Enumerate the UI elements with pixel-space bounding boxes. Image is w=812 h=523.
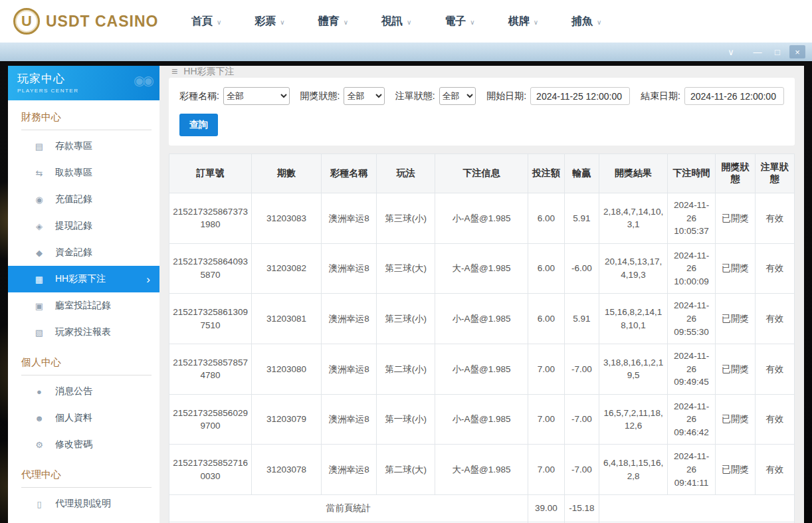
sidebar-item[interactable]: ◉充值記錄	[8, 186, 159, 213]
bell-icon: ●	[33, 387, 45, 397]
lottery-name-label: 彩種名稱:	[179, 90, 219, 102]
nav-item-label: 體育	[318, 15, 340, 29]
window-minimize-button[interactable]: —	[750, 45, 765, 58]
table-row: 215217325852716003031203078澳洲幸运8第二球(大)大-…	[169, 445, 795, 495]
col-header-bet-time: 下注時間	[667, 154, 715, 193]
cell-bet-info: 大-A盤@1.985	[435, 445, 528, 495]
sidebar-sections: 財務中心▤存款專區⇆取款專區◉充值記錄◈提現記錄◆資金記錄▦HH彩票下注›▣廳室…	[8, 100, 159, 517]
sidebar-item[interactable]: ▯代理規則說明	[8, 490, 159, 517]
cell-play-type: 第三球(小)	[377, 193, 435, 244]
nav-item[interactable]: 捕魚∨	[571, 15, 601, 29]
chevron-down-icon: ∨	[217, 19, 221, 26]
cell-lottery-name: 澳洲幸运8	[321, 294, 377, 344]
sidebar-item[interactable]: ▤存款專區	[8, 133, 159, 159]
cell-play-type: 第三球(小)	[377, 294, 435, 344]
cell-play-type: 第二球(大)	[377, 445, 435, 495]
start-date-input[interactable]	[530, 87, 630, 105]
funds-record-icon: ◆	[33, 248, 45, 258]
cell-draw-status: 已開獎	[716, 193, 755, 244]
col-header-order-status: 注單狀態	[755, 154, 794, 193]
cell-win-loss: 5.91	[564, 193, 599, 244]
order-status-select[interactable]: 全部	[439, 87, 476, 105]
cell-order-no: 2152173258560299700	[169, 394, 252, 445]
nav-item[interactable]: 體育∨	[318, 15, 348, 29]
gamepad-icon: ◉◉	[134, 72, 152, 88]
nav-item[interactable]: 首頁∨	[191, 15, 221, 29]
sidebar-item[interactable]: ☻個人資料	[8, 405, 159, 431]
sidebar-item[interactable]: ⚙修改密碼	[8, 431, 159, 458]
nav-item[interactable]: 視訊∨	[381, 15, 411, 29]
table-row: 215217325857857478031203080澳洲幸运8第二球(小)小-…	[169, 344, 795, 395]
table-header-row: 訂單號期數彩種名稱玩法下注信息投注額輸贏開獎結果下注時間開獎狀態注單狀態	[169, 154, 795, 193]
desktop-background: 玩家中心 PLAYERS CENTER ◉◉ 財務中心▤存款專區⇆取款專區◉充值…	[0, 61, 812, 523]
sidebar-item-label: 充值記錄	[55, 193, 92, 205]
col-header-draw-status: 開獎狀態	[716, 154, 755, 193]
cell-bet-time: 2024-11-26 10:00:09	[667, 243, 715, 294]
end-date-input[interactable]	[684, 87, 784, 105]
cell-period: 31203080	[252, 344, 321, 395]
draw-status-select[interactable]: 全部	[344, 87, 384, 105]
sidebar-item[interactable]: ◆資金記錄	[8, 239, 159, 266]
cell-order-no: 2152173258578574780	[169, 344, 252, 395]
cell-order-status: 有效	[755, 445, 794, 495]
summary-winloss-total: -15.18	[564, 495, 599, 522]
hamburger-icon[interactable]: ≡	[171, 66, 177, 78]
window-dropdown-icon[interactable]: ∨	[723, 45, 739, 58]
sidebar-item[interactable]: ▦HH彩票下注›	[8, 266, 159, 292]
cell-draw-status: 已開獎	[716, 445, 755, 495]
nav-item-label: 首頁	[191, 15, 213, 29]
nav-item-label: 電子	[445, 15, 466, 29]
cell-bet-time: 2024-11-26 09:55:30	[667, 294, 715, 344]
nav-item[interactable]: 棋牌∨	[508, 15, 538, 29]
cell-draw-status: 已開獎	[716, 394, 755, 445]
cell-bet-info: 大-A盤@1.985	[435, 243, 528, 294]
draw-status-label: 開獎狀態:	[300, 90, 340, 102]
cell-order-no: 2152173258640935870	[169, 243, 252, 294]
table-row: 215217325861309751031203081澳洲幸运8第三球(小)小-…	[169, 294, 795, 344]
sidebar-item[interactable]: ⇆取款專區	[8, 159, 159, 186]
search-button[interactable]: 查詢	[179, 114, 218, 136]
summary-label: 當前頁統計	[169, 495, 528, 522]
window-close-button[interactable]: ×	[789, 45, 805, 58]
bets-table-panel: 訂單號期數彩種名稱玩法下注信息投注額輸贏開獎結果下注時間開獎狀態注單狀態 215…	[169, 154, 795, 523]
withdraw-icon: ⇆	[33, 168, 45, 178]
sidebar-item[interactable]: ●消息公告	[8, 378, 159, 405]
sidebar-item[interactable]: ◈提現記錄	[8, 213, 159, 239]
sidebar-item-label: 提現記錄	[55, 220, 92, 232]
nav-item[interactable]: 電子∨	[445, 15, 474, 29]
lottery-name-select[interactable]: 全部	[223, 87, 290, 105]
main-nav: 首頁∨彩票∨體育∨視訊∨電子∨棋牌∨捕魚∨	[191, 15, 601, 29]
cell-bet-time: 2024-11-26 09:49:45	[667, 344, 715, 395]
cell-draw-result: 6,4,18,1,15,16,2,8	[599, 445, 668, 495]
window-titlebar: ∨ — □ ×	[0, 43, 812, 61]
site-logo: U USDT CASINO	[13, 8, 173, 35]
chevron-down-icon: ∨	[470, 19, 474, 26]
window-maximize-button[interactable]: □	[769, 45, 785, 58]
nav-item-label: 捕魚	[571, 15, 593, 29]
document-icon: ▯	[33, 499, 45, 509]
cell-order-status: 有效	[755, 193, 794, 244]
site-header: U USDT CASINO 首頁∨彩票∨體育∨視訊∨電子∨棋牌∨捕魚∨	[0, 0, 812, 43]
chevron-right-icon: ›	[146, 274, 150, 285]
chevron-down-icon: ∨	[280, 19, 284, 26]
nav-item[interactable]: 彩票∨	[254, 15, 284, 29]
cell-play-type: 第一球(小)	[377, 394, 435, 445]
start-date-label: 開始日期:	[486, 90, 526, 102]
cell-draw-status: 已開獎	[716, 344, 755, 395]
cell-order-status: 有效	[755, 294, 794, 344]
cell-bet-amount: 7.00	[528, 445, 565, 495]
cell-bet-amount: 7.00	[528, 344, 565, 395]
cell-period: 31203083	[252, 193, 321, 244]
order-status-label: 注單狀態:	[395, 90, 435, 102]
cell-period: 31203079	[252, 394, 321, 445]
cell-bet-amount: 6.00	[528, 193, 565, 244]
player-report-icon: ▧	[33, 328, 45, 338]
sidebar-item[interactable]: ▧玩家投注報表	[8, 319, 159, 346]
cell-win-loss: -7.00	[564, 344, 599, 395]
cell-bet-info: 小-A盤@1.985	[435, 344, 528, 395]
cell-draw-result: 20,14,5,13,17,4,19,3	[599, 243, 668, 294]
summary-row: 當前頁統計39.00-15.18	[169, 495, 795, 522]
logo-text: USDT CASINO	[46, 13, 158, 31]
summary-empty-cell	[599, 495, 795, 522]
sidebar-item[interactable]: ▣廳室投註記錄	[8, 292, 159, 319]
